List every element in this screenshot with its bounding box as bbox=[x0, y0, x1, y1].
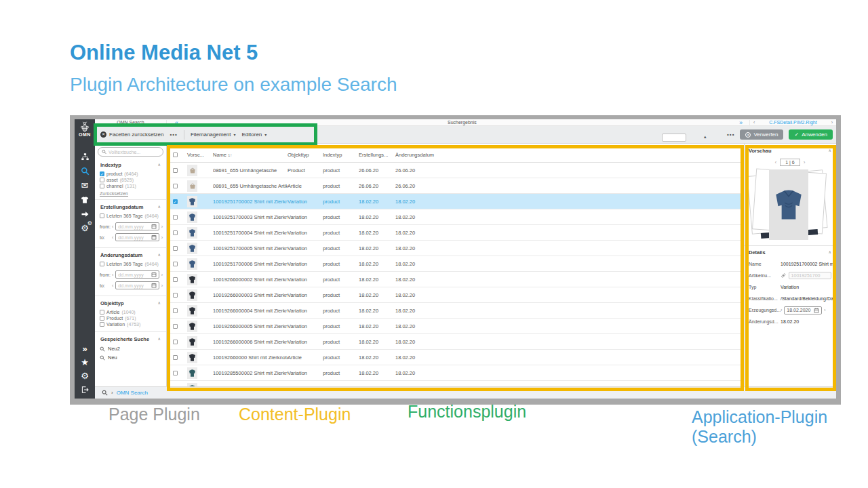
table-row[interactable]: 10019266000005 Shirt mit ZierknotenVaria… bbox=[167, 319, 743, 334]
facet-section-title-objekttyp[interactable]: Objekttyp∧ bbox=[95, 298, 166, 308]
table-row[interactable]: 08691_655 Umhängetasche ArtikelArticlepr… bbox=[167, 178, 743, 194]
table-row[interactable]: 10019251700005 Shirt mit ZierknotenVaria… bbox=[167, 241, 743, 256]
vorschau-section-header[interactable]: Vorschau∧ bbox=[745, 144, 835, 157]
checkbox-variation[interactable] bbox=[100, 322, 104, 327]
toolbar-more-button[interactable]: ••• bbox=[170, 131, 177, 138]
saved-search-neu[interactable]: Neu bbox=[95, 353, 166, 362]
table-row[interactable]: 10019266000004 Shirt mit ZierknotenVaria… bbox=[167, 303, 743, 319]
table-row[interactable]: 10019266000006 Shirt mit ZierknotenVaria… bbox=[167, 334, 743, 350]
date-next-icon[interactable]: › bbox=[161, 272, 163, 277]
facet-option-article[interactable]: Article(1040) bbox=[100, 310, 161, 314]
date-input-to[interactable]: dd.mm.yyyy bbox=[115, 233, 159, 241]
column-header-vorschau[interactable]: Vorsc... bbox=[183, 152, 213, 158]
calendar-icon[interactable] bbox=[151, 224, 157, 229]
row-checkbox[interactable] bbox=[173, 184, 178, 188]
calendar-icon[interactable] bbox=[814, 308, 819, 313]
calendar-icon[interactable] bbox=[151, 235, 157, 240]
calendar-icon[interactable] bbox=[151, 272, 157, 277]
expand-panel-icon[interactable]: » bbox=[79, 344, 90, 354]
hierarchy-icon[interactable] bbox=[79, 152, 90, 162]
row-checkbox[interactable] bbox=[173, 246, 178, 251]
right-panel-prev-icon[interactable]: ‹ bbox=[753, 120, 755, 125]
date-next-icon[interactable]: › bbox=[161, 235, 163, 240]
select-all-checkbox[interactable] bbox=[173, 152, 178, 157]
row-checkbox[interactable] bbox=[173, 262, 178, 266]
facet-section-title--nderungsdatum[interactable]: Änderungsdatum∧ bbox=[95, 249, 166, 260]
date-prev-icon[interactable]: ‹ bbox=[112, 283, 113, 288]
row-checkbox[interactable] bbox=[173, 371, 178, 375]
anwenden-button[interactable]: ✓ Anwenden bbox=[789, 129, 833, 140]
column-header-objekttyp[interactable]: Objekttyp bbox=[288, 152, 323, 158]
erzeugungsdatum-input[interactable]: 18.02.2020 bbox=[784, 306, 822, 314]
checkbox-asset[interactable] bbox=[100, 178, 104, 182]
preview-page-indicator[interactable]: 1 | 6 bbox=[780, 159, 800, 166]
table-row[interactable]: 10019251700003 Shirt mit ZierknotenVaria… bbox=[167, 209, 743, 225]
table-row[interactable]: 10019251700004 Shirt mit ZierknotenVaria… bbox=[167, 225, 743, 241]
table-row[interactable]: ✓10019251700002 Shirt mit ZierknotenVari… bbox=[167, 194, 743, 209]
row-checkbox[interactable] bbox=[173, 308, 178, 313]
facet-option-variation[interactable]: Variation(4753) bbox=[100, 322, 161, 327]
favorites-star-icon[interactable]: ★ bbox=[79, 357, 90, 367]
right-more-button[interactable]: ••• bbox=[727, 131, 734, 138]
forward-arrow-icon[interactable] bbox=[79, 209, 90, 219]
date-next-icon[interactable]: › bbox=[161, 224, 163, 229]
row-checkbox[interactable] bbox=[173, 215, 178, 220]
logout-icon[interactable] bbox=[79, 384, 90, 394]
facet-option-product[interactable]: Product(671) bbox=[100, 316, 161, 321]
date-prev-icon[interactable]: ‹ bbox=[112, 235, 113, 240]
checkbox-last365[interactable] bbox=[100, 262, 104, 266]
saved-search-neu2[interactable]: Neu2 bbox=[95, 344, 166, 353]
collapse-left-chevrons[interactable]: « bbox=[175, 119, 178, 126]
breadcrumb[interactable]: OMN Search bbox=[117, 390, 148, 396]
row-checkbox[interactable]: ✓ bbox=[173, 199, 178, 204]
date-input-from[interactable]: dd.mm.yyyy bbox=[115, 222, 159, 230]
date-next-icon[interactable]: › bbox=[161, 283, 163, 288]
scroll-top-caret-icon[interactable]: ▴ bbox=[704, 134, 707, 140]
calendar-icon[interactable] bbox=[151, 283, 157, 288]
date-prev-icon[interactable]: ‹ bbox=[781, 308, 782, 312]
row-checkbox[interactable] bbox=[173, 277, 178, 282]
row-checkbox[interactable] bbox=[173, 324, 178, 329]
column-header-name[interactable]: Name1↑ bbox=[213, 152, 288, 158]
date-next-icon[interactable]: › bbox=[824, 308, 825, 312]
collapse-right-chevrons[interactable]: » bbox=[739, 119, 743, 126]
table-row[interactable]: 10019285500003 Shirt mit ZierknotenVaria… bbox=[167, 381, 743, 386]
facet-last365-erstellungsdatum[interactable]: Letzten 365 Tage(6464) bbox=[100, 214, 161, 218]
editoren-menu[interactable]: Editoren▾ bbox=[242, 131, 267, 138]
facet-option-product[interactable]: ✓product(6464) bbox=[100, 171, 161, 176]
table-row[interactable]: 100192660000 Shirt mit Zierknoten SArtic… bbox=[167, 350, 743, 365]
checkbox-article[interactable] bbox=[100, 310, 104, 314]
checkbox-last365[interactable] bbox=[100, 214, 104, 218]
column-header-indextyp[interactable]: Indextyp bbox=[323, 152, 359, 158]
services-icon[interactable]: ⚙⚙ bbox=[79, 223, 90, 233]
facet-section-title-indextyp[interactable]: Indextyp∧ bbox=[95, 159, 166, 170]
column-header-erstellungsdatum[interactable]: Erstellungs... bbox=[359, 152, 395, 158]
row-checkbox[interactable] bbox=[173, 168, 178, 173]
checkbox-product[interactable] bbox=[100, 316, 104, 321]
right-panel-next-icon[interactable]: › bbox=[831, 120, 833, 125]
facet-section-title-gespeicherte-suche[interactable]: Gespeicherte Suche∧ bbox=[95, 333, 166, 344]
mail-icon[interactable]: ✉ bbox=[79, 180, 90, 190]
search-icon[interactable] bbox=[79, 166, 90, 176]
search-input[interactable] bbox=[108, 150, 159, 155]
filemanagement-menu[interactable]: Filemanagement▾ bbox=[191, 131, 236, 138]
row-checkbox[interactable] bbox=[173, 355, 178, 360]
row-checkbox[interactable] bbox=[173, 230, 178, 235]
date-prev-icon[interactable]: ‹ bbox=[112, 224, 113, 229]
page-size-input[interactable] bbox=[662, 134, 686, 142]
facet-reset-link[interactable]: Zurücksetzen bbox=[95, 190, 166, 196]
column-header-aenderungsdatum[interactable]: Änderungsdatum bbox=[395, 152, 743, 158]
row-checkbox[interactable] bbox=[173, 340, 178, 344]
table-row[interactable]: 10019285500002 Shirt mit ZierknotenVaria… bbox=[167, 365, 743, 381]
table-row[interactable]: 10019266000003 Shirt mit ZierknotenVaria… bbox=[167, 287, 743, 303]
assets-icon[interactable] bbox=[79, 195, 90, 205]
preview-prev-icon[interactable]: ‹ bbox=[775, 160, 776, 165]
facet-option-channel[interactable]: channel(131) bbox=[100, 184, 161, 188]
table-row[interactable]: 10019266000002 Shirt mit ZierknotenVaria… bbox=[167, 272, 743, 287]
reset-facets-button[interactable]: ✕ Facetten zurücksetzen bbox=[100, 131, 163, 138]
facet-section-title-erstellungsdatum[interactable]: Erstellungsdatum∧ bbox=[95, 201, 166, 212]
preview-next-icon[interactable]: › bbox=[804, 160, 805, 165]
settings-gear-icon[interactable]: ⚙ bbox=[79, 371, 90, 381]
checkbox-product[interactable]: ✓ bbox=[100, 171, 104, 176]
checkbox-channel[interactable] bbox=[100, 184, 104, 188]
